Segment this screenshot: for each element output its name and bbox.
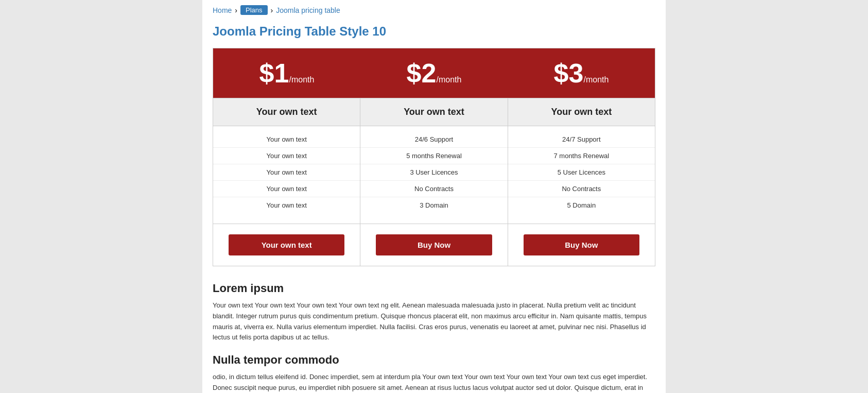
feature-2-1: 24/6 Support xyxy=(360,131,507,148)
feature-1-5: Your own text xyxy=(213,197,360,213)
plan-subtitle-2: Your own text xyxy=(360,98,508,126)
plan-price-2: $2 xyxy=(407,58,437,88)
lorem-ipsum-title: Lorem ipsum xyxy=(213,282,655,295)
plan-btn-cell-1: Your own text xyxy=(213,224,360,266)
feature-1-4: Your own text xyxy=(213,181,360,197)
page-title: Joomla Pricing Table Style 10 xyxy=(213,24,655,39)
nulla-text: odio, in dictum tellus eleifend id. Done… xyxy=(213,372,655,393)
plan-btn-1[interactable]: Your own text xyxy=(229,234,344,255)
plan-price-1: $1 xyxy=(259,58,289,88)
plan-features-1: Your own text Your own text Your own tex… xyxy=(213,126,360,224)
plan-price-3: $3 xyxy=(554,58,584,88)
plan-subtitle-3: Your own text xyxy=(508,98,655,126)
feature-3-2: 7 months Renewal xyxy=(508,148,655,164)
feature-3-5: 5 Domain xyxy=(508,197,655,213)
breadcrumb-last[interactable]: Joomla pricing table xyxy=(276,6,340,14)
feature-1-1: Your own text xyxy=(213,131,360,148)
plan-btn-cell-3: Buy Now xyxy=(508,224,655,266)
plan-features-2: 24/6 Support 5 months Renewal 3 User Lic… xyxy=(360,126,508,224)
feature-3-1: 24/7 Support xyxy=(508,131,655,148)
plan-btn-cell-2: Buy Now xyxy=(360,224,508,266)
breadcrumb: Home › Plans › Joomla pricing table xyxy=(213,5,655,15)
plan-btn-3[interactable]: Buy Now xyxy=(524,234,639,255)
breadcrumb-home[interactable]: Home xyxy=(213,6,232,14)
feature-2-4: No Contracts xyxy=(360,181,507,197)
pricing-subtitle-row: Your own text Your own text Your own tex… xyxy=(213,98,655,126)
breadcrumb-active: Plans xyxy=(240,5,268,15)
feature-1-2: Your own text xyxy=(213,148,360,164)
plan-header-3: $3/month xyxy=(508,48,655,98)
nulla-title: Nulla tempor commodo xyxy=(213,353,655,367)
plan-header-1: $1/month xyxy=(213,48,360,98)
plan-features-3: 24/7 Support 7 months Renewal 5 User Lic… xyxy=(508,126,655,224)
plan-period-3: /month xyxy=(583,75,609,84)
plan-btn-2[interactable]: Buy Now xyxy=(376,234,492,255)
feature-2-3: 3 User Licences xyxy=(360,164,507,181)
plan-period-2: /month xyxy=(436,75,461,84)
breadcrumb-separator2: › xyxy=(271,6,273,14)
plan-subtitle-1: Your own text xyxy=(213,98,360,126)
pricing-table: $1/month $2/month $3/month Your own text… xyxy=(213,48,655,266)
breadcrumb-separator: › xyxy=(235,6,237,14)
plan-header-2: $2/month xyxy=(360,48,508,98)
feature-1-3: Your own text xyxy=(213,164,360,181)
plan-period-1: /month xyxy=(289,75,314,84)
pricing-btn-row: Your own text Buy Now Buy Now xyxy=(213,224,655,266)
pricing-header: $1/month $2/month $3/month xyxy=(213,48,655,98)
feature-3-4: No Contracts xyxy=(508,181,655,197)
feature-2-2: 5 months Renewal xyxy=(360,148,507,164)
feature-2-5: 3 Domain xyxy=(360,197,507,213)
pricing-features-row: Your own text Your own text Your own tex… xyxy=(213,126,655,224)
lorem-ipsum-text: Your own text Your own text Your own tex… xyxy=(213,300,655,343)
feature-3-3: 5 User Licences xyxy=(508,164,655,181)
